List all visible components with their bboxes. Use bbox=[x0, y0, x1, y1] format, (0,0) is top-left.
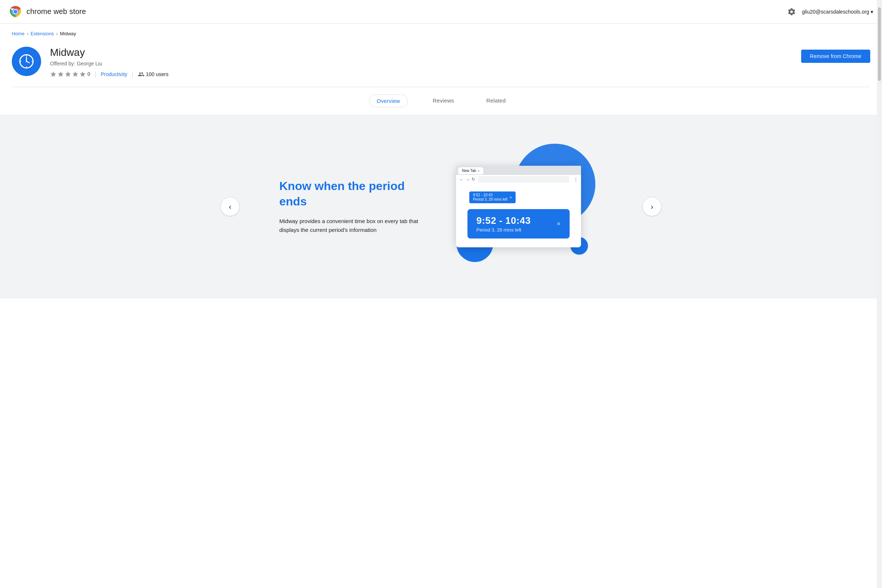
tooltip-close-icon[interactable]: × bbox=[510, 195, 512, 200]
svg-point-3 bbox=[14, 10, 17, 14]
period-time: 9:52 - 10:43 bbox=[476, 215, 557, 226]
period-tooltip-bar: 9:52 - 10:43 Period 3, 28 mins left × bbox=[469, 192, 516, 203]
meta-sep-2: | bbox=[132, 70, 134, 78]
browser-back-icon[interactable]: ← bbox=[459, 177, 464, 182]
star-1-icon bbox=[50, 71, 57, 78]
browser-tab-close-icon[interactable]: × bbox=[478, 169, 480, 173]
browser-menu-icon[interactable]: ⋮ bbox=[574, 177, 578, 182]
period-box-info: 9:52 - 10:43 Period 3, 28 mins left bbox=[476, 215, 557, 232]
extension-author: Offered by: George Liu bbox=[50, 61, 792, 66]
remove-from-chrome-button[interactable]: Remove from Chrome bbox=[801, 50, 870, 63]
tab-overview[interactable]: Overview bbox=[369, 94, 408, 107]
period-box: 9:52 - 10:43 Period 3, 28 mins left × bbox=[468, 209, 569, 238]
browser-nav-row: ← → ↻ ⋮ bbox=[456, 175, 581, 184]
site-title: chrome web store bbox=[27, 8, 86, 16]
meta-sep-1: | bbox=[94, 70, 96, 78]
header-right: gliu20@scarsdaleschools.org ▾ bbox=[787, 8, 873, 16]
carousel-next-button[interactable]: › bbox=[642, 197, 662, 216]
star-5-icon bbox=[80, 71, 86, 78]
slide-description: Midway provides a convenient time box on… bbox=[279, 217, 420, 234]
browser-content: 9:52 - 10:43 Period 3, 28 mins left × 9:… bbox=[456, 184, 581, 248]
carousel-container: ‹ Know when the period ends Midway provi… bbox=[220, 158, 662, 255]
header-left: chrome web store bbox=[9, 5, 86, 18]
slide-text: Know when the period ends Midway provide… bbox=[279, 178, 420, 234]
extension-name: Midway bbox=[50, 46, 792, 58]
scrollbar[interactable] bbox=[877, 0, 882, 298]
browser-refresh-icon[interactable]: ↻ bbox=[471, 177, 475, 182]
browser-forward-icon[interactable]: → bbox=[465, 177, 470, 182]
period-detail: Period 3, 28 mins left bbox=[476, 227, 557, 232]
breadcrumb-sep-1: › bbox=[27, 31, 28, 36]
rating-stars: 0 bbox=[50, 71, 90, 78]
breadcrumb-extensions[interactable]: Extensions bbox=[30, 31, 54, 36]
browser-tab: New Tab × bbox=[458, 167, 483, 174]
chrome-logo-icon bbox=[9, 5, 22, 18]
clock-icon bbox=[18, 53, 34, 69]
extension-meta: 0 | Productivity | 100 users bbox=[50, 70, 792, 78]
star-4-icon bbox=[72, 71, 79, 78]
content-area: ‹ Know when the period ends Midway provi… bbox=[0, 115, 882, 298]
browser-mockup: New Tab × ← → ↻ ⋮ bbox=[456, 166, 581, 248]
tooltip-sub: Period 3, 28 mins left bbox=[473, 197, 507, 202]
extension-header: Midway Offered by: George Liu 0 | Produc… bbox=[0, 41, 882, 87]
header: chrome web store gliu20@scarsdaleschools… bbox=[0, 0, 882, 24]
period-close-icon[interactable]: × bbox=[557, 220, 561, 228]
extension-users: 100 users bbox=[138, 71, 168, 78]
users-icon bbox=[138, 71, 144, 78]
star-2-icon bbox=[57, 71, 64, 78]
chevron-down-icon: ▾ bbox=[871, 9, 873, 15]
users-count: 100 users bbox=[146, 71, 168, 77]
tooltip-time: 9:52 - 10:43 bbox=[473, 193, 507, 197]
extension-info: Midway Offered by: George Liu 0 | Produc… bbox=[50, 46, 792, 78]
carousel-slide: Know when the period ends Midway provide… bbox=[250, 158, 632, 255]
breadcrumb: Home › Extensions › Midway bbox=[0, 24, 882, 41]
slide-heading: Know when the period ends bbox=[279, 178, 420, 209]
slide-visual: New Tab × ← → ↻ ⋮ bbox=[434, 166, 603, 248]
extension-icon bbox=[12, 46, 41, 76]
browser-tab-label: New Tab bbox=[462, 169, 476, 173]
tabs-nav: Overview Reviews Related bbox=[0, 87, 882, 115]
settings-icon[interactable] bbox=[787, 8, 796, 16]
breadcrumb-sep-2: › bbox=[56, 31, 58, 36]
browser-address-bar[interactable] bbox=[478, 176, 569, 183]
carousel-prev-button[interactable]: ‹ bbox=[220, 197, 240, 216]
user-email-text: gliu20@scarsdaleschools.org bbox=[802, 9, 869, 15]
rating-count: 0 bbox=[87, 71, 90, 77]
tab-reviews[interactable]: Reviews bbox=[426, 94, 462, 107]
user-account[interactable]: gliu20@scarsdaleschools.org ▾ bbox=[802, 9, 873, 15]
star-3-icon bbox=[64, 71, 71, 78]
tab-related[interactable]: Related bbox=[479, 94, 513, 107]
breadcrumb-home[interactable]: Home bbox=[12, 31, 25, 36]
browser-tab-bar: New Tab × bbox=[456, 166, 581, 175]
extension-category[interactable]: Productivity bbox=[101, 71, 127, 77]
scrollbar-thumb[interactable] bbox=[878, 8, 881, 81]
breadcrumb-current: Midway bbox=[60, 31, 76, 36]
svg-line-7 bbox=[27, 62, 29, 63]
period-tooltip-text: 9:52 - 10:43 Period 3, 28 mins left bbox=[473, 193, 507, 202]
